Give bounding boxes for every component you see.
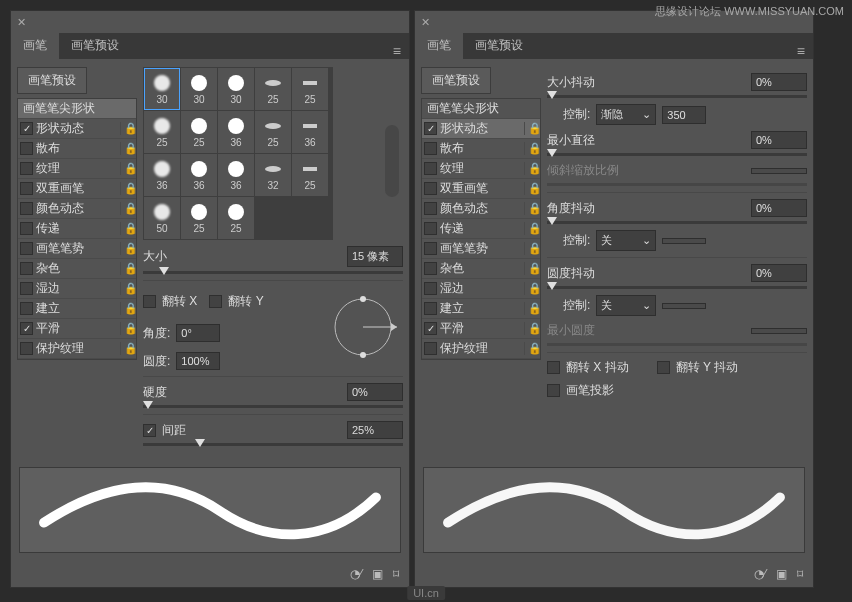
option-checkbox[interactable]	[20, 262, 33, 275]
brush-thumb[interactable]: 50	[144, 197, 180, 239]
option-传递[interactable]: 传递🔒	[422, 219, 540, 239]
angle-roundness-widget[interactable]	[323, 287, 403, 367]
trash-icon[interactable]: ⌑	[797, 567, 803, 581]
flip-x-jitter-checkbox[interactable]	[547, 361, 560, 374]
brush-thumb[interactable]: 25	[255, 68, 291, 110]
lock-icon[interactable]: 🔒	[120, 122, 134, 135]
option-checkbox[interactable]: ✓	[424, 322, 437, 335]
brush-projection-checkbox[interactable]	[547, 384, 560, 397]
option-checkbox[interactable]	[424, 142, 437, 155]
option-checkbox[interactable]	[424, 282, 437, 295]
tab-brush[interactable]: 画笔	[11, 32, 59, 59]
hardness-input[interactable]: 0%	[347, 383, 403, 401]
toggle-preview-icon[interactable]: ◔⁄	[754, 567, 766, 581]
option-checkbox[interactable]	[20, 242, 33, 255]
option-checkbox[interactable]	[424, 342, 437, 355]
brush-presets-button[interactable]: 画笔预设	[421, 67, 491, 94]
brush-thumb[interactable]: 36	[218, 154, 254, 196]
lock-icon[interactable]: 🔒	[524, 142, 538, 155]
lock-icon[interactable]: 🔒	[524, 262, 538, 275]
brush-tip-shape[interactable]: 画笔笔尖形状	[422, 99, 540, 119]
option-双重画笔[interactable]: 双重画笔🔒	[18, 179, 136, 199]
lock-icon[interactable]: 🔒	[120, 302, 134, 315]
option-形状动态[interactable]: ✓形状动态🔒	[422, 119, 540, 139]
option-checkbox[interactable]: ✓	[20, 322, 33, 335]
option-湿边[interactable]: 湿边🔒	[422, 279, 540, 299]
lock-icon[interactable]: 🔒	[120, 342, 134, 355]
option-checkbox[interactable]	[20, 222, 33, 235]
brush-thumb[interactable]: 25	[144, 111, 180, 153]
lock-icon[interactable]: 🔒	[120, 182, 134, 195]
option-画笔笔势[interactable]: 画笔笔势🔒	[422, 239, 540, 259]
lock-icon[interactable]: 🔒	[120, 242, 134, 255]
brush-thumb[interactable]: 36	[181, 154, 217, 196]
tab-brush[interactable]: 画笔	[415, 32, 463, 59]
brush-thumb[interactable]: 25	[218, 197, 254, 239]
tab-brush-presets[interactable]: 画笔预设	[59, 32, 131, 59]
flip-y-jitter-checkbox[interactable]	[657, 361, 670, 374]
lock-icon[interactable]: 🔒	[120, 142, 134, 155]
brush-thumb[interactable]: 30	[218, 68, 254, 110]
control-select-fade[interactable]: 渐隐⌄	[596, 104, 656, 125]
lock-icon[interactable]: 🔒	[524, 182, 538, 195]
size-slider[interactable]	[143, 271, 403, 274]
lock-icon[interactable]: 🔒	[524, 122, 538, 135]
lock-icon[interactable]: 🔒	[120, 202, 134, 215]
roundness-input[interactable]: 100%	[176, 352, 220, 370]
scrollbar[interactable]	[385, 125, 399, 197]
min-diameter-input[interactable]: 0%	[751, 131, 807, 149]
size-jitter-slider[interactable]	[547, 95, 807, 98]
panel-menu-icon[interactable]: ≡	[393, 43, 401, 59]
lock-icon[interactable]: 🔒	[524, 302, 538, 315]
hardness-slider[interactable]	[143, 405, 403, 408]
panel-menu-icon[interactable]: ≡	[797, 43, 805, 59]
option-纹理[interactable]: 纹理🔒	[422, 159, 540, 179]
option-纹理[interactable]: 纹理🔒	[18, 159, 136, 179]
option-checkbox[interactable]: ✓	[20, 122, 33, 135]
lock-icon[interactable]: 🔒	[524, 242, 538, 255]
option-checkbox[interactable]	[20, 182, 33, 195]
option-保护纹理[interactable]: 保护纹理🔒	[18, 339, 136, 359]
close-icon[interactable]: ✕	[421, 16, 430, 29]
close-icon[interactable]: ✕	[17, 16, 26, 29]
min-diameter-slider[interactable]	[547, 153, 807, 156]
lock-icon[interactable]: 🔒	[524, 322, 538, 335]
option-建立[interactable]: 建立🔒	[18, 299, 136, 319]
option-散布[interactable]: 散布🔒	[18, 139, 136, 159]
lock-icon[interactable]: 🔒	[120, 162, 134, 175]
size-input[interactable]: 15 像素	[347, 246, 403, 267]
option-平滑[interactable]: ✓平滑🔒	[422, 319, 540, 339]
brush-thumb[interactable]: 25	[292, 154, 328, 196]
brush-tip-shape[interactable]: 画笔笔尖形状	[18, 99, 136, 119]
option-checkbox[interactable]	[424, 242, 437, 255]
spacing-input[interactable]: 25%	[347, 421, 403, 439]
option-checkbox[interactable]	[20, 202, 33, 215]
size-jitter-input[interactable]: 0%	[751, 73, 807, 91]
control-select-off[interactable]: 关⌄	[596, 295, 656, 316]
option-传递[interactable]: 传递🔒	[18, 219, 136, 239]
option-双重画笔[interactable]: 双重画笔🔒	[422, 179, 540, 199]
option-颜色动态[interactable]: 颜色动态🔒	[18, 199, 136, 219]
flip-y-checkbox[interactable]	[209, 295, 222, 308]
option-checkbox[interactable]	[424, 262, 437, 275]
option-checkbox[interactable]	[20, 162, 33, 175]
brush-thumb[interactable]: 36	[292, 111, 328, 153]
brush-thumb[interactable]: 30	[181, 68, 217, 110]
option-画笔笔势[interactable]: 画笔笔势🔒	[18, 239, 136, 259]
brush-presets-button[interactable]: 画笔预设	[17, 67, 87, 94]
option-checkbox[interactable]: ✓	[424, 122, 437, 135]
toggle-preview-icon[interactable]: ◔⁄	[350, 567, 362, 581]
option-形状动态[interactable]: ✓形状动态🔒	[18, 119, 136, 139]
spacing-slider[interactable]	[143, 443, 403, 446]
spacing-checkbox[interactable]: ✓	[143, 424, 156, 437]
option-湿边[interactable]: 湿边🔒	[18, 279, 136, 299]
lock-icon[interactable]: 🔒	[120, 222, 134, 235]
brush-thumb[interactable]: 25	[255, 111, 291, 153]
brush-thumb[interactable]: 25	[181, 111, 217, 153]
new-preset-icon[interactable]: ▣	[776, 567, 787, 581]
roundness-jitter-slider[interactable]	[547, 286, 807, 289]
lock-icon[interactable]: 🔒	[524, 282, 538, 295]
brush-thumb[interactable]: 25	[292, 68, 328, 110]
lock-icon[interactable]: 🔒	[524, 342, 538, 355]
fade-steps-input[interactable]: 350	[662, 106, 706, 124]
